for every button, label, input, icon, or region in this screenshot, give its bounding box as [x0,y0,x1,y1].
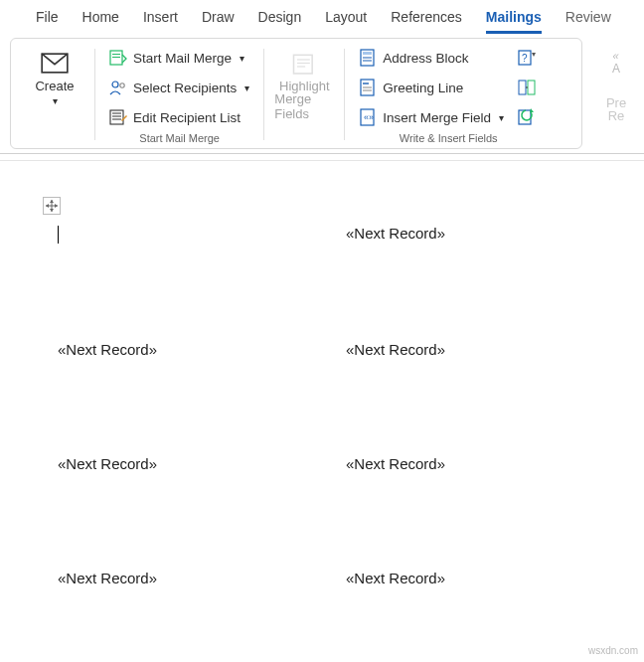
select-recipients-label: Select Recipients [133,81,237,95]
tab-mailings[interactable]: Mailings [474,0,554,34]
label-cell[interactable]: «Next Record» [58,570,346,586]
address-block-label: Address Block [383,51,468,66]
svg-rect-6 [110,110,123,124]
svg-rect-3 [112,57,120,58]
label-cell[interactable]: «Next Record» [346,225,634,244]
start-mail-merge-button[interactable]: Start Mail Merge ▾ [105,45,253,71]
svg-rect-11 [294,55,313,74]
svg-point-4 [112,82,118,87]
rules-button[interactable]: ?▾ [514,45,540,71]
separator [344,49,345,140]
highlight-label-2: Merge Fields [274,91,334,121]
edit-recipient-list-label: Edit Recipient List [133,110,241,125]
labels-grid: «Next Record» «Next Record» «Next Record… [58,225,634,586]
start-mail-merge-label: Start Mail Merge [133,51,232,66]
label-cell[interactable]: «Next Record» [58,455,346,472]
group-write-insert-label: Write & Insert Fields [400,132,498,144]
text-cursor [58,226,59,244]
tab-layout[interactable]: Layout [313,0,379,34]
label-cell[interactable]: «Next Record» [346,570,634,586]
document-page[interactable]: «Next Record» «Next Record» «Next Record… [14,161,644,662]
mail-merge-icon [109,49,127,67]
insert-merge-field-button[interactable]: «» Insert Merge Field ▾ [355,104,508,130]
address-block-icon [359,49,377,67]
separator [94,49,95,140]
ribbon: Create ▾ Start Mail Merge ▾ [0,34,644,154]
merge-field-icon: «» [359,108,377,126]
tab-draw[interactable]: Draw [190,0,246,34]
tab-file[interactable]: File [24,0,71,34]
create-button[interactable]: Create ▾ [25,45,84,106]
edit-list-icon [109,108,127,126]
tab-design[interactable]: Design [246,0,314,34]
svg-rect-29 [528,81,535,94]
label-cell[interactable] [58,225,346,244]
svg-marker-36 [50,209,54,212]
separator [263,49,264,140]
svg-text:?: ? [522,53,528,64]
preview-a: A [612,62,620,76]
tab-references[interactable]: References [379,0,474,34]
chevron-down-icon: ▾ [240,53,244,64]
svg-rect-31 [519,110,531,124]
label-cell[interactable]: «Next Record» [58,341,346,358]
insert-merge-field-label: Insert Merge Field [383,110,491,125]
edit-recipient-list-button[interactable]: Edit Recipient List [105,104,253,130]
group-create: Create ▾ [19,45,90,144]
preview-label-2: Re [608,108,625,123]
address-block-button[interactable]: Address Block [355,45,508,71]
svg-point-5 [120,83,124,87]
svg-marker-32 [530,108,534,112]
group-preview: « A Pre Re [586,38,638,149]
svg-text:«»: «» [364,112,374,122]
label-cell[interactable]: «Next Record» [346,455,634,472]
highlight-merge-fields-button: Highlight Merge Fields [274,45,334,121]
match-fields-button[interactable] [514,75,540,100]
svg-rect-2 [112,54,120,55]
svg-marker-35 [50,200,54,203]
highlight-icon [290,53,318,75]
group-write-insert: Address Block Greeting Line «» Insert Me… [349,45,548,144]
svg-text:▾: ▾ [532,50,536,59]
svg-marker-37 [46,204,49,208]
create-label: Create [35,79,74,93]
chevron-down-icon: ▾ [499,112,504,123]
chevron-down-icon: ▾ [53,95,58,106]
tab-insert[interactable]: Insert [131,0,190,34]
document-area: «Next Record» «Next Record» «Next Record… [0,160,644,662]
group-highlight: Highlight Merge Fields [268,45,340,144]
svg-rect-16 [363,52,372,55]
select-recipients-button[interactable]: Select Recipients ▾ [105,75,253,100]
ribbon-tabs: File Home Insert Draw Design Layout Refe… [0,0,644,34]
watermark: wsxdn.com [588,645,638,656]
table-move-handle[interactable] [43,197,61,215]
tab-review[interactable]: Review [554,0,623,34]
svg-rect-28 [519,81,526,94]
tab-home[interactable]: Home [71,0,131,34]
chevron-down-icon: ▾ [244,83,249,93]
greeting-line-button[interactable]: Greeting Line [355,75,508,100]
greeting-line-label: Greeting Line [383,81,463,95]
greeting-line-icon [359,79,377,96]
recipients-icon [109,79,127,96]
preview-results-button: Pre Re [594,87,638,123]
group-start-mail-merge-label: Start Mail Merge [139,132,220,144]
label-cell[interactable]: «Next Record» [346,341,634,358]
update-labels-button[interactable] [514,104,540,130]
envelope-icon [41,53,69,75]
group-start-mail-merge: Start Mail Merge ▾ Select Recipients ▾ E… [99,45,259,144]
svg-marker-38 [55,204,58,208]
